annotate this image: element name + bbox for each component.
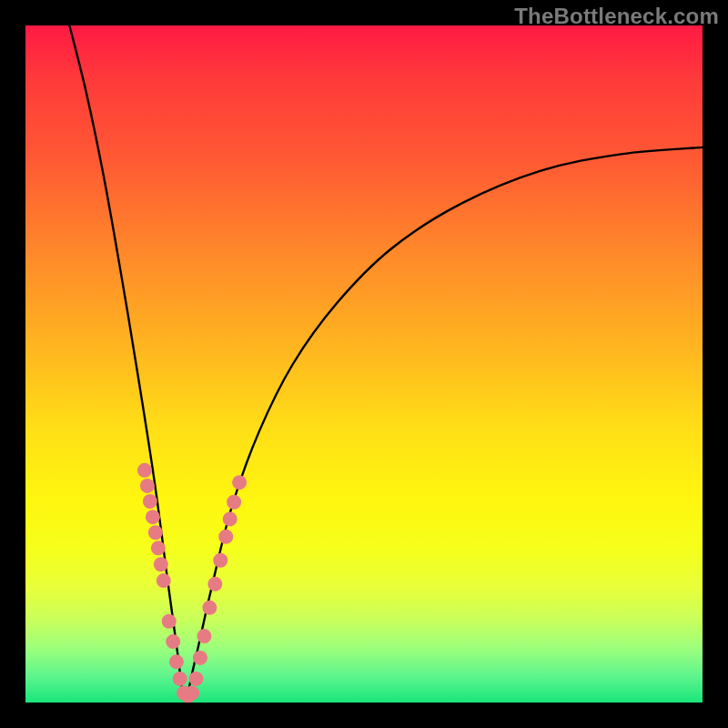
plot-area <box>25 25 703 703</box>
marker-dot <box>232 475 247 490</box>
marker-dot <box>162 614 177 629</box>
marker-dot <box>188 672 203 686</box>
chart-svg <box>25 25 703 703</box>
marker-dot <box>143 494 157 509</box>
marker-dot <box>151 541 166 555</box>
bottleneck-curve <box>69 25 703 699</box>
marker-dot <box>207 577 222 592</box>
marker-dot <box>197 629 211 643</box>
marker-dot <box>173 672 187 686</box>
marker-dot <box>218 530 233 544</box>
marker-dot <box>166 634 180 649</box>
marker-dot <box>157 573 171 588</box>
marker-dot <box>140 479 155 493</box>
marker-dot <box>154 557 168 571</box>
marker-dot <box>148 525 163 540</box>
marker-dot <box>227 495 241 510</box>
marker-dot <box>213 553 228 568</box>
marker-dot <box>146 510 160 524</box>
watermark-text: TheBottleneck.com <box>514 4 719 29</box>
marker-dot <box>137 463 152 478</box>
marker-dot <box>169 654 184 669</box>
marker-group <box>137 463 247 703</box>
chart-frame: TheBottleneck.com <box>0 0 728 728</box>
marker-dot <box>193 651 207 665</box>
marker-dot <box>202 601 217 615</box>
marker-dot <box>185 686 199 701</box>
marker-dot <box>223 511 238 526</box>
